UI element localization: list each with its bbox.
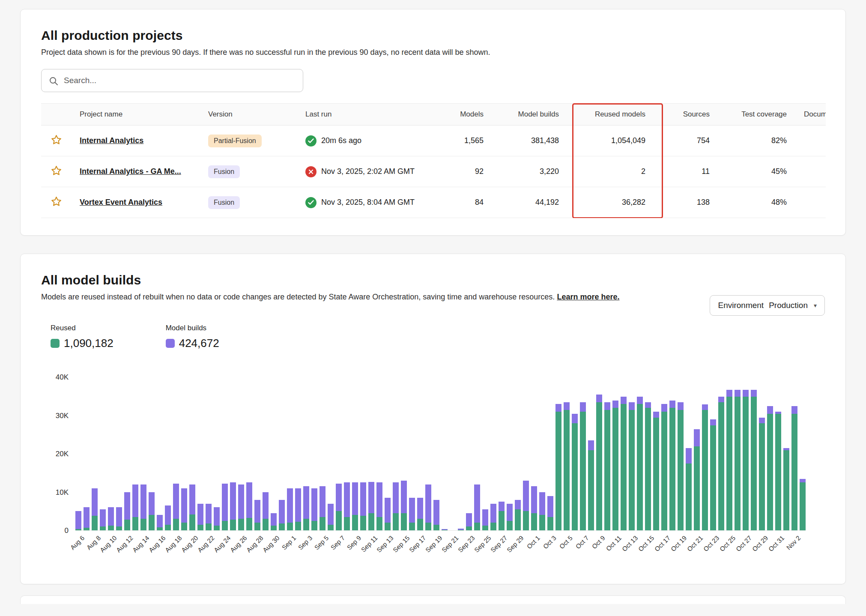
chart-bar[interactable]: [238, 377, 244, 530]
chart-bar[interactable]: [751, 377, 757, 530]
chart-bar[interactable]: [596, 377, 602, 530]
chart-bar[interactable]: [791, 377, 797, 530]
chart-bar[interactable]: [279, 377, 285, 530]
x-tick-label: Oct 25: [718, 534, 737, 553]
chart-bar[interactable]: [645, 377, 651, 530]
chart-bar[interactable]: [572, 377, 578, 530]
chart-bar[interactable]: [92, 377, 98, 530]
chart-bar[interactable]: [735, 377, 741, 530]
chart-bar[interactable]: [539, 377, 545, 530]
chart-bar[interactable]: [718, 377, 724, 530]
chart-bar[interactable]: [499, 377, 505, 530]
chart-bar[interactable]: [743, 377, 749, 530]
chart-bar[interactable]: [140, 377, 146, 530]
chart-bar[interactable]: [433, 377, 439, 530]
chart-bar[interactable]: [409, 377, 415, 530]
chart-bar[interactable]: [157, 377, 163, 530]
chart-bar[interactable]: [678, 377, 684, 530]
chart-bar[interactable]: [417, 377, 423, 530]
chart-bar[interactable]: [458, 377, 464, 530]
chart-bar[interactable]: [767, 377, 773, 530]
chart-bar[interactable]: [759, 377, 765, 530]
chart-bar[interactable]: [197, 377, 203, 530]
favorite-star-button[interactable]: [51, 196, 62, 207]
chart-bar[interactable]: [116, 377, 122, 530]
chart-bar[interactable]: [149, 377, 155, 530]
chart-bar[interactable]: [173, 377, 179, 530]
chart-bar[interactable]: [303, 377, 309, 530]
chart-bar[interactable]: [344, 377, 350, 530]
chart-bar[interactable]: [442, 377, 448, 530]
chart-bar[interactable]: [385, 377, 391, 530]
chart-bar[interactable]: [702, 377, 708, 530]
chart-bar[interactable]: [189, 377, 195, 530]
project-link[interactable]: Vortex Event Analytics: [80, 198, 162, 206]
chart-bar[interactable]: [328, 377, 334, 530]
chart-bar[interactable]: [393, 377, 399, 530]
chart-bar[interactable]: [637, 377, 643, 530]
chart-bar[interactable]: [555, 377, 561, 530]
chart-bar[interactable]: [352, 377, 358, 530]
chart-bar[interactable]: [246, 377, 252, 530]
chart-bar[interactable]: [222, 377, 228, 530]
chart-bar[interactable]: [376, 377, 382, 530]
chart-bar[interactable]: [214, 377, 220, 530]
chart-bar[interactable]: [108, 377, 114, 530]
chart-bar[interactable]: [287, 377, 293, 530]
chart-bar[interactable]: [580, 377, 586, 530]
favorite-star-button[interactable]: [51, 165, 62, 176]
chart-bar[interactable]: [295, 377, 301, 530]
chart-bar[interactable]: [669, 377, 675, 530]
chart-bar[interactable]: [450, 377, 456, 530]
chart-bar[interactable]: [311, 377, 317, 530]
chart-bar[interactable]: [547, 377, 553, 530]
chart-bar[interactable]: [336, 377, 342, 530]
chart-bar[interactable]: [686, 377, 692, 530]
chart-bar[interactable]: [84, 377, 90, 530]
chart-bar[interactable]: [100, 377, 106, 530]
chart-bar[interactable]: [588, 377, 594, 530]
chart-bar[interactable]: [661, 377, 667, 530]
chart-bar[interactable]: [515, 377, 521, 530]
chart-bar[interactable]: [564, 377, 570, 530]
chart-bar[interactable]: [783, 377, 789, 530]
chart-bar[interactable]: [320, 377, 325, 530]
learn-more-link[interactable]: Learn more here.: [557, 293, 619, 301]
chart-bar[interactable]: [124, 377, 130, 530]
chart-bar[interactable]: [621, 377, 627, 530]
chart-bar[interactable]: [75, 377, 81, 530]
chart-bar[interactable]: [271, 377, 277, 530]
chart-bar[interactable]: [604, 377, 610, 530]
project-link[interactable]: Internal Analytics: [80, 136, 143, 145]
chart-bar[interactable]: [507, 377, 513, 530]
chart-bar[interactable]: [612, 377, 618, 530]
chart-bar[interactable]: [775, 377, 781, 530]
project-link[interactable]: Internal Analytics - GA Me...: [80, 167, 181, 176]
chart-bar[interactable]: [653, 377, 659, 530]
favorite-star-button[interactable]: [51, 134, 62, 146]
chart-bar[interactable]: [263, 377, 269, 530]
chart-bar[interactable]: [490, 377, 496, 530]
chart-bar[interactable]: [360, 377, 366, 530]
chart-bar[interactable]: [401, 377, 407, 530]
chart-bar[interactable]: [165, 377, 171, 530]
search-input[interactable]: [42, 69, 303, 92]
chart-bar[interactable]: [230, 377, 236, 530]
chart-bar[interactable]: [206, 377, 212, 530]
chart-bar[interactable]: [629, 377, 635, 530]
chart-bar[interactable]: [368, 377, 374, 530]
chart-bar[interactable]: [181, 377, 187, 530]
chart-bar[interactable]: [710, 377, 716, 530]
chart-bar[interactable]: [474, 377, 480, 530]
chart-bar[interactable]: [531, 377, 537, 530]
chart-bar[interactable]: [254, 377, 260, 530]
chart-bar[interactable]: [132, 377, 138, 530]
environment-dropdown[interactable]: Environment Production ▾: [710, 295, 825, 316]
chart-bar[interactable]: [425, 377, 431, 530]
chart-bar[interactable]: [523, 377, 529, 530]
chart-bar[interactable]: [726, 377, 732, 530]
chart-bar[interactable]: [466, 377, 472, 530]
chart-bar[interactable]: [694, 377, 700, 530]
chart-bar[interactable]: [482, 377, 488, 530]
chart-bar[interactable]: [800, 377, 806, 530]
